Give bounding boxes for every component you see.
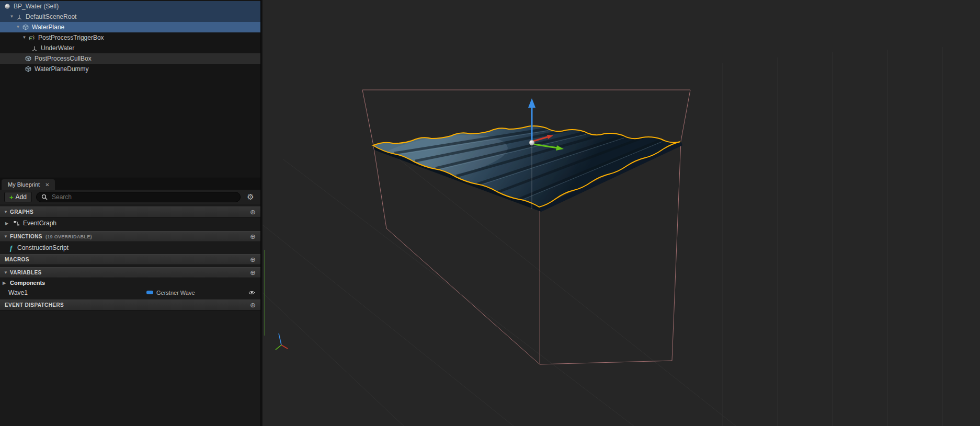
tree-row-label: BP_Water (Self) [14, 3, 59, 10]
list-item-eventgraph[interactable]: ▶ EventGraph [0, 217, 260, 229]
tree-row-postprocesstriggerbox[interactable]: ▼ PostProcessTriggerBox [0, 32, 260, 43]
tab-bar: My Blueprint ✕ [0, 178, 260, 190]
add-function-icon[interactable]: ⊕ [250, 233, 256, 240]
static-mesh-icon [24, 65, 32, 73]
search-input[interactable] [51, 193, 235, 201]
tab-label: My Blueprint [8, 181, 40, 188]
list-item-constructionscript[interactable]: ƒ ConstructionScript [0, 242, 260, 254]
tree-row-waterplane[interactable]: ▼ WaterPlane [0, 22, 260, 32]
section-title: FUNCTIONS [10, 234, 42, 239]
section-functions-header[interactable]: ▼ FUNCTIONS (19 OVERRIDABLE) ⊕ [0, 231, 260, 242]
category-label: Components [10, 280, 45, 286]
unreal-blueprint-editor: BP_Water (Self) ▼ DefaultSceneRoot ▼ Wat… [0, 0, 980, 426]
search-icon [41, 194, 48, 200]
tree-row-label: PostProcessTriggerBox [38, 34, 104, 41]
variable-row-wave1[interactable]: Wave1 Gerstner Wave [0, 287, 260, 297]
add-button-label: Add [16, 193, 27, 201]
add-macro-icon[interactable]: ⊕ [250, 256, 256, 263]
overridable-badge: (19 OVERRIDABLE) [45, 234, 92, 239]
tree-row-label: UnderWater [41, 44, 74, 52]
components-tree-panel: BP_Water (Self) ▼ DefaultSceneRoot ▼ Wat… [0, 0, 260, 178]
static-mesh-icon [21, 24, 29, 31]
trigger-box-icon [28, 34, 36, 41]
visibility-eye-icon[interactable] [248, 290, 255, 295]
chevron-right-icon[interactable]: ▶ [3, 281, 8, 285]
left-panel: BP_Water (Self) ▼ DefaultSceneRoot ▼ Wat… [0, 0, 261, 426]
event-graph-icon [13, 220, 20, 226]
tree-row-bp-water[interactable]: BP_Water (Self) [0, 1, 260, 11]
tree-row-label: WaterPlaneDummy [35, 65, 89, 73]
gizmo-origin-ball[interactable] [529, 140, 534, 145]
list-item-label: ConstructionScript [17, 244, 69, 251]
plus-icon: + [9, 194, 14, 201]
variable-type-pill-icon [146, 291, 153, 294]
add-graph-icon[interactable]: ⊕ [250, 209, 256, 215]
add-button[interactable]: + Add [4, 192, 32, 202]
tree-row-postprocesscullbox[interactable]: PostProcessCullBox [0, 53, 260, 64]
tree-row-label: DefaultSceneRoot [26, 13, 76, 20]
blueprint-self-icon [3, 3, 11, 10]
chevron-down-icon[interactable]: ▼ [4, 234, 10, 239]
section-macros-header[interactable]: MACROS ⊕ [0, 254, 260, 265]
chevron-down-icon[interactable]: ▼ [8, 11, 15, 22]
search-box[interactable] [36, 192, 241, 202]
section-title: GRAPHS [10, 209, 33, 215]
tree-row-waterplanedummy[interactable]: WaterPlaneDummy [0, 64, 260, 74]
variable-name: Wave1 [8, 289, 146, 296]
variable-category-components[interactable]: ▶ Components [0, 278, 260, 287]
tree-row-underwater[interactable]: UnderWater [0, 43, 260, 53]
scene-component-icon [30, 44, 38, 52]
variable-type: Gerstner Wave [146, 290, 248, 296]
section-event-dispatchers-header[interactable]: EVENT DISPATCHERS ⊕ [0, 300, 260, 310]
scene-root-icon [15, 13, 23, 20]
section-graphs-header[interactable]: ▼ GRAPHS ⊕ [0, 206, 260, 217]
chevron-down-icon[interactable]: ▼ [15, 22, 21, 32]
section-title: MACROS [5, 257, 29, 262]
my-blueprint-panel: My Blueprint ✕ + Add ⚙ ▼ [0, 178, 260, 426]
chevron-down-icon[interactable]: ▼ [21, 32, 28, 43]
tree-row-label: PostProcessCullBox [35, 55, 92, 62]
static-mesh-icon [24, 55, 32, 62]
tab-my-blueprint[interactable]: My Blueprint ✕ [2, 179, 55, 190]
close-icon[interactable]: ✕ [45, 182, 49, 188]
tree-row-label: WaterPlane [32, 24, 64, 31]
add-event-dispatcher-icon[interactable]: ⊕ [250, 302, 256, 308]
section-title: EVENT DISPATCHERS [5, 302, 64, 308]
add-variable-icon[interactable]: ⊕ [250, 269, 256, 276]
chevron-down-icon[interactable]: ▼ [4, 270, 10, 275]
function-icon: ƒ [7, 245, 15, 251]
list-item-label: EventGraph [23, 220, 56, 227]
my-blueprint-toolbar: + Add ⚙ [0, 190, 260, 204]
chevron-right-icon[interactable]: ▶ [5, 221, 10, 226]
section-variables-header[interactable]: ▼ VARIABLES ⊕ [0, 267, 260, 278]
section-title: VARIABLES [10, 270, 42, 275]
viewport-3d[interactable] [263, 0, 980, 426]
gear-icon[interactable]: ⚙ [245, 192, 256, 202]
tree-row-defaultsceneroot[interactable]: ▼ DefaultSceneRoot [0, 11, 260, 22]
variable-type-label: Gerstner Wave [156, 290, 195, 296]
chevron-down-icon[interactable]: ▼ [4, 210, 10, 214]
